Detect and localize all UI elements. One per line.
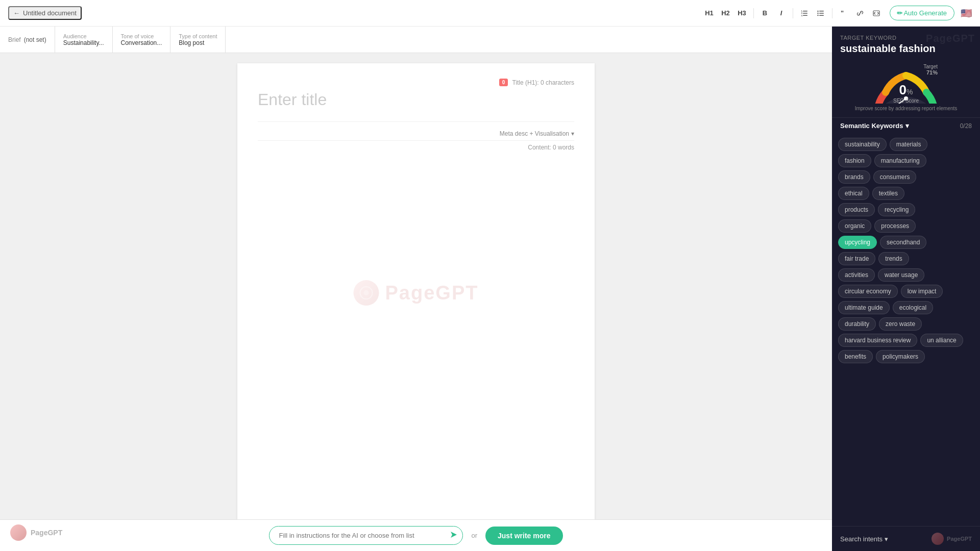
keyword-tag[interactable]: policymakers [876,350,925,363]
back-button[interactable]: ← Untitled document [8,6,82,20]
target-text: Target [923,64,938,69]
auto-generate-button[interactable]: ✏ ✏ Auto Generate [890,6,954,20]
keyword-tag[interactable]: recycling [878,203,915,216]
format-separator [753,8,754,18]
keyword-tag[interactable]: secondhand [880,236,926,249]
link-icon [856,10,864,17]
title-placeholder-text: Enter title [258,90,327,109]
title-badge-row: 0 Title (H1): 0 characters [258,79,574,86]
target-kw-value: sustainable fashion [840,43,972,55]
keyword-tag[interactable]: ultimate guide [838,301,890,314]
keyword-tag[interactable]: consumers [873,170,917,184]
keyword-tag[interactable]: materials [890,138,928,151]
keyword-tag[interactable]: trends [878,252,909,265]
svg-point-14 [360,287,373,299]
keyword-tag[interactable]: ethical [838,187,869,200]
unordered-list-button[interactable] [814,6,828,20]
keyword-tag[interactable]: sustainability [838,138,887,151]
brief-value: (not set) [24,36,46,43]
audience-label: Audience [63,33,104,39]
content-words-label: Content: 0 words [528,144,574,151]
keyword-tag[interactable]: manufacturing [874,154,926,167]
bottom-left-logo: PageGPT [10,524,62,541]
keyword-tag[interactable]: products [838,203,875,216]
keyword-tag[interactable]: fashion [838,154,871,167]
rp-bottom-logo: PageGPT [932,533,972,545]
keyword-tag[interactable]: textiles [872,187,904,200]
ai-input-wrap [269,526,463,545]
bold-button[interactable]: B [758,6,772,20]
quote-icon: " [840,10,847,17]
tone-section[interactable]: Tone of voice Conversation... [113,27,171,53]
ordered-list-button[interactable]: 1. 2. 3. [797,6,812,20]
keyword-tag[interactable]: processes [874,219,916,233]
meta-desc-chevron: ▾ [571,130,574,137]
seo-score-percent: % [906,88,913,96]
format-buttons: H1 H2 H3 B I 1. 2. 3. [702,6,884,20]
rp-logo-icon [932,533,944,545]
h2-button[interactable]: H2 [719,6,733,20]
embed-button[interactable] [869,6,884,20]
keyword-tag[interactable]: harvard business review [838,334,917,347]
svg-point-8 [817,12,818,13]
svg-rect-7 [819,11,824,12]
kw-tags-area: sustainabilitymaterialsfashionmanufactur… [832,134,980,526]
watermark-logo-icon [354,280,379,306]
keyword-tag[interactable]: benefits [838,350,873,363]
language-flag[interactable]: 🇺🇸 [961,8,972,19]
unordered-list-icon [817,10,824,17]
seo-score-label: SEO Score [893,98,919,104]
title-score-badge: 0 [499,79,508,86]
bottom-logo-icon [10,524,27,541]
kw-count: 0/28 [960,122,972,130]
just-write-more-button[interactable]: Just write more [485,527,562,545]
keyword-tag[interactable]: organic [838,219,871,233]
gauge-center: 0 % SEO Score [893,82,919,104]
quote-button[interactable]: " [837,6,851,20]
search-intents-bar[interactable]: Search intents ▾ PageGPT [832,526,980,551]
keyword-tag[interactable]: ecological [893,301,933,314]
target-value: 71% [923,69,938,76]
meta-desc-row[interactable]: Meta desc + Visualisation ▾ [258,127,574,141]
keyword-tag[interactable]: fair trade [838,252,875,265]
brief-section: Brief (not set) [0,27,55,53]
ordered-list-icon: 1. 2. 3. [801,10,808,17]
link-button[interactable] [853,6,867,20]
italic-button[interactable]: I [774,6,789,20]
audience-section[interactable]: Audience Sustainability... [55,27,113,53]
h3-button[interactable]: H3 [735,6,749,20]
keyword-tag[interactable]: water usage [878,268,924,282]
ai-instruction-input[interactable] [269,526,463,545]
keyword-tag[interactable]: brands [838,170,870,184]
title-area: 0 Title (H1): 0 characters Enter title [258,79,574,122]
h1-button[interactable]: H1 [702,6,717,20]
semantic-keywords-label: Semantic Keywords [840,122,903,130]
target-label: Target 71% [923,64,938,76]
keyword-tag[interactable]: zero waste [879,317,922,331]
content-words-row: Content: 0 words [258,141,574,154]
audience-value: Sustainability... [63,39,104,46]
keyword-tag[interactable]: un alliance [920,334,963,347]
doc-paper: 0 Title (H1): 0 characters Enter title M… [237,63,595,519]
format-separator-2 [793,8,793,18]
keyword-tag[interactable]: circular economy [838,285,898,298]
keyword-tag[interactable]: durability [838,317,876,331]
content-type-section[interactable]: Type of content Blog post [170,27,226,53]
seo-score-number: 0 [899,82,906,98]
keyword-tag[interactable]: low impact [901,285,943,298]
svg-rect-1 [803,13,807,14]
keyword-tag[interactable]: upcycling [838,236,877,249]
keyword-tag[interactable]: activities [838,268,875,282]
bottom-logo-text: PageGPT [31,529,62,537]
svg-text:": " [841,10,844,17]
semantic-keywords-header: Semantic Keywords ▾ 0/28 [832,117,980,134]
improve-score-text: Improve score by addressing report eleme… [851,106,962,111]
embed-icon [873,10,880,17]
title-input[interactable]: Enter title [258,88,574,111]
ai-send-button[interactable] [450,531,458,541]
search-intents-label: Search intents ▾ [840,535,888,543]
semantic-keywords-title[interactable]: Semantic Keywords ▾ [840,122,909,130]
chevron-down-icon: ▾ [905,122,909,130]
target-keyword-section: Target keyword sustainable fashion [832,27,980,59]
svg-rect-0 [803,11,807,12]
